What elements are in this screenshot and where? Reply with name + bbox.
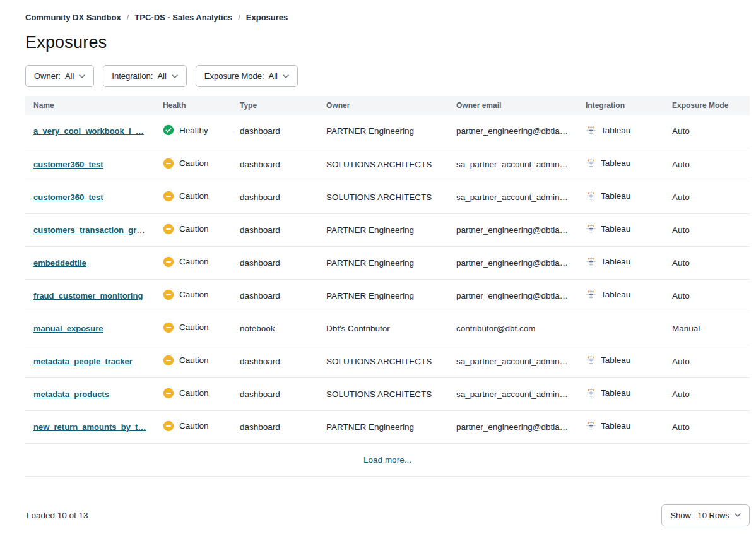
load-more-link[interactable]: Load more... (363, 455, 411, 465)
type-value: dashboard (232, 279, 318, 312)
breadcrumb-item[interactable]: Community DX Sandbox (25, 13, 121, 22)
integration-label: Tableau (601, 257, 630, 266)
health-status: Caution (163, 355, 209, 366)
column-header-exposure-mode: Exposure Mode (664, 96, 750, 115)
exposure-name-link[interactable]: a_very_cool_workbook_i_… (33, 126, 144, 136)
type-value: dashboard (232, 345, 318, 377)
exposure-name-link[interactable]: embeddedtile (33, 258, 86, 268)
owner-filter-label: Owner: (34, 71, 61, 81)
table-row: manual_exposure Caution notebook Dbt's C… (25, 312, 750, 345)
health-status: Caution (163, 322, 209, 333)
column-header-owner-email: Owner email (448, 96, 577, 115)
exposure-name-link[interactable]: manual_exposure (33, 324, 103, 333)
type-value: dashboard (232, 148, 318, 181)
owner-value: PARTNER Engineering (318, 279, 448, 312)
integration-filter-label: Integration: (112, 71, 153, 81)
owner-filter-value: All (65, 71, 74, 81)
owner-email-value: sa_partner_account_admin… (448, 148, 577, 181)
exposure-name-link[interactable]: metadata_products (33, 389, 109, 399)
exposure-mode-value: Auto (664, 410, 750, 443)
exposure-mode-filter-label: Exposure Mode: (204, 71, 264, 81)
table-body: a_very_cool_workbook_i_… Healthy dashboa… (25, 115, 750, 443)
exposures-table: Name Health Type Owner Owner email Integ… (25, 96, 750, 477)
integration-filter-value: All (157, 71, 166, 81)
type-value: dashboard (232, 377, 318, 410)
caution-icon (163, 355, 174, 366)
owner-value: PARTNER Engineering (318, 246, 448, 279)
health-status: Caution (163, 158, 209, 169)
healthy-icon (163, 124, 174, 136)
integration-badge: Tableau (586, 223, 630, 234)
owner-email-value: partner_engineering@dbtla… (448, 279, 577, 312)
integration-badge: Tableau (586, 191, 630, 201)
health-status: Caution (163, 388, 209, 399)
owner-value: PARTNER Engineering (318, 410, 448, 443)
page-title: Exposures (25, 33, 750, 52)
integration-badge: Tableau (586, 355, 630, 365)
integration-badge: Tableau (586, 420, 630, 431)
health-label: Caution (179, 421, 209, 430)
type-value: notebook (232, 312, 318, 345)
show-value: 10 Rows (697, 511, 729, 520)
table-footer: Loaded 10 of 13 Show: 10 Rows (25, 504, 750, 526)
exposure-mode-filter[interactable]: Exposure Mode: All (196, 65, 298, 87)
table-header-row: Name Health Type Owner Owner email Integ… (25, 96, 750, 115)
exposure-name-link[interactable]: customers_transaction_gro… (33, 225, 150, 235)
exposure-mode-value: Auto (664, 148, 750, 181)
owner-email-value: sa_partner_account_admin… (448, 377, 577, 410)
owner-value: SOLUTIONS ARCHITECTS (318, 181, 448, 213)
exposure-mode-value: Manual (664, 312, 750, 345)
health-status: Caution (163, 223, 209, 235)
integration-badge: Tableau (586, 388, 630, 398)
integration-badge: Tableau (586, 158, 630, 169)
caution-icon (163, 388, 174, 399)
exposure-name-link[interactable]: metadata_people_tracker (33, 357, 133, 366)
breadcrumb-item: Exposures (246, 13, 288, 22)
owner-filter[interactable]: Owner: All (25, 65, 94, 87)
health-status: Caution (163, 191, 209, 202)
owner-email-value: sa_partner_account_admin… (448, 181, 577, 213)
integration-label: Tableau (601, 224, 630, 234)
integration-badge: Tableau (586, 125, 630, 136)
owner-value: PARTNER Engineering (318, 213, 448, 246)
table-row: metadata_people_tracker Caution dashboar… (25, 345, 750, 377)
column-header-integration: Integration (577, 96, 664, 115)
exposure-mode-value: Auto (664, 213, 750, 246)
exposure-name-link[interactable]: new_return_amounts_by_t… (33, 422, 146, 432)
exposure-name-link[interactable]: fraud_customer_monitoring (33, 291, 143, 300)
owner-email-value: partner_engineering@dbtla… (448, 410, 577, 443)
health-label: Caution (179, 224, 209, 234)
column-header-name: Name (25, 96, 155, 115)
tableau-icon (586, 158, 596, 169)
health-label: Caution (179, 388, 209, 398)
owner-value: SOLUTIONS ARCHITECTS (318, 345, 448, 377)
exposure-mode-value: Auto (664, 345, 750, 377)
show-label: Show: (670, 511, 693, 520)
table-row: fraud_customer_monitoring Caution dashbo… (25, 279, 750, 312)
integration-label: Tableau (601, 158, 630, 168)
exposure-name-link[interactable]: customer360_test (33, 160, 103, 169)
table-row: embeddedtile Caution dashboard PARTNER E… (25, 246, 750, 279)
type-value: dashboard (232, 213, 318, 246)
integration-badge: Tableau (586, 289, 630, 300)
tableau-icon (586, 355, 596, 365)
breadcrumb: Community DX Sandbox/TPC-DS - Sales Anal… (25, 13, 750, 22)
caution-icon (163, 322, 174, 333)
breadcrumb-separator: / (127, 13, 129, 22)
health-label: Caution (179, 257, 209, 266)
integration-filter[interactable]: Integration: All (103, 65, 187, 87)
integration-label: Tableau (601, 355, 630, 365)
exposure-mode-value: Auto (664, 377, 750, 410)
integration-badge: Tableau (586, 256, 630, 267)
owner-value: SOLUTIONS ARCHITECTS (318, 148, 448, 181)
rows-per-page-select[interactable]: Show: 10 Rows (661, 504, 750, 526)
type-value: dashboard (232, 246, 318, 279)
exposure-name-link[interactable]: customer360_test (33, 193, 103, 202)
owner-value: PARTNER Engineering (318, 115, 448, 148)
exposure-mode-filter-value: All (269, 71, 278, 81)
exposure-mode-value: Auto (664, 246, 750, 279)
table-row: customer360_test Caution dashboard SOLUT… (25, 181, 750, 213)
loaded-count: Loaded 10 of 13 (25, 511, 88, 520)
caution-icon (163, 256, 174, 268)
breadcrumb-item[interactable]: TPC-DS - Sales Analytics (134, 13, 232, 22)
